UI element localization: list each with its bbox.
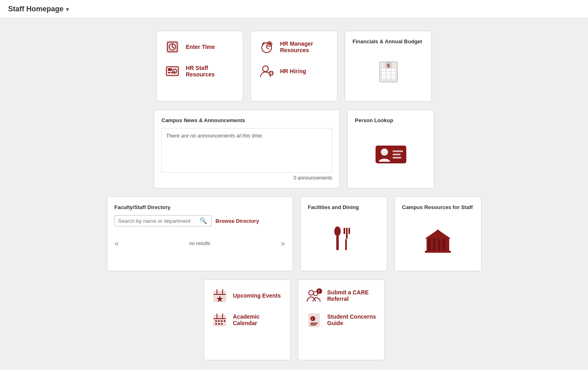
campus-resources-card: Campus Resources for Staff bbox=[395, 197, 482, 271]
academic-calendar-label: Academic Calendar bbox=[233, 313, 283, 326]
directory-next-arrow[interactable]: » bbox=[280, 239, 285, 248]
directory-search-row: 🔍 Browse Directory bbox=[115, 215, 285, 226]
cash-icon: $ bbox=[164, 63, 181, 80]
directory-prev-arrow[interactable]: « bbox=[115, 239, 119, 248]
hr-staff-resources-link[interactable]: $ HR Staff Resources bbox=[164, 63, 236, 80]
svg-rect-47 bbox=[425, 251, 451, 253]
svg-rect-36 bbox=[336, 236, 339, 250]
svg-point-17 bbox=[263, 66, 268, 72]
campus-resources-icon-wrap[interactable] bbox=[402, 215, 474, 264]
svg-rect-45 bbox=[443, 239, 445, 252]
svg-point-31 bbox=[381, 148, 388, 156]
svg-rect-37 bbox=[346, 228, 348, 239]
svg-text:!: ! bbox=[312, 317, 313, 321]
care-referral-link[interactable]: ! Submit a CARE Referral bbox=[306, 287, 377, 304]
care-icon: ! bbox=[306, 287, 323, 304]
clock-icon bbox=[164, 38, 181, 55]
svg-rect-34 bbox=[393, 157, 401, 159]
svg-point-70 bbox=[310, 316, 315, 321]
announcements-title: Campus News & Announcements bbox=[161, 117, 332, 123]
campus-resources-title: Campus Resources for Staff bbox=[402, 204, 473, 210]
guide-icon: ! bbox=[306, 311, 323, 328]
svg-rect-73 bbox=[310, 324, 316, 326]
hr-hiring-label: HR Hiring bbox=[280, 68, 306, 74]
enter-time-label: Enter Time bbox=[186, 44, 215, 50]
care-card: ! Submit a CARE Referral ! Student Conce… bbox=[298, 279, 385, 360]
financials-title: Financials & Annual Budget bbox=[352, 38, 424, 44]
upcoming-events-link[interactable]: Upcoming Events bbox=[211, 287, 283, 304]
svg-rect-32 bbox=[393, 150, 403, 152]
financials-card: Financials & Annual Budget $ bbox=[345, 31, 432, 101]
svg-rect-7 bbox=[168, 68, 172, 71]
hr-manager-card: HR Manager Resources HR Hiring bbox=[250, 31, 338, 101]
svg-point-65 bbox=[309, 290, 314, 295]
svg-rect-44 bbox=[438, 239, 440, 252]
svg-rect-40 bbox=[345, 239, 347, 250]
row-4: Upcoming Events bbox=[82, 279, 507, 360]
star-calendar-icon bbox=[211, 287, 228, 304]
student-concerns-link[interactable]: ! Student Concerns Guide bbox=[306, 311, 377, 328]
calendar-icon bbox=[211, 311, 228, 328]
announcements-count: 0 announcements bbox=[161, 175, 332, 181]
hr-manager-resources-label: HR Manager Resources bbox=[280, 40, 330, 53]
care-referral-label: Submit a CARE Referral bbox=[327, 289, 377, 302]
svg-rect-61 bbox=[224, 320, 225, 322]
svg-rect-42 bbox=[428, 239, 431, 252]
browse-directory-link[interactable]: Browse Directory bbox=[216, 218, 259, 224]
hr-staff-resources-label: HR Staff Resources bbox=[186, 65, 236, 78]
directory-card: Faculty/Staff Directory 🔍 Browse Directo… bbox=[107, 197, 293, 271]
svg-point-48 bbox=[436, 230, 440, 234]
svg-rect-38 bbox=[344, 228, 345, 234]
events-card: Upcoming Events bbox=[204, 279, 291, 360]
directory-search-button[interactable]: 🔍 bbox=[199, 217, 208, 224]
svg-rect-43 bbox=[433, 239, 435, 252]
directory-search-wrap[interactable]: 🔍 bbox=[115, 215, 212, 226]
svg-rect-63 bbox=[218, 323, 220, 325]
facilities-title: Facilities and Dining bbox=[308, 204, 359, 210]
announcements-card: Campus News & Announcements There are no… bbox=[154, 110, 340, 188]
svg-text:!: ! bbox=[318, 290, 319, 294]
financials-icon-wrap[interactable]: $ bbox=[352, 49, 424, 94]
upcoming-events-label: Upcoming Events bbox=[233, 292, 281, 299]
directory-title: Faculty/Staff Directory bbox=[115, 204, 285, 210]
directory-search-input[interactable] bbox=[118, 218, 199, 224]
main-content: Enter Time $ HR Staff Resources bbox=[0, 19, 588, 370]
svg-text:$: $ bbox=[387, 63, 389, 68]
facilities-icon-wrap[interactable] bbox=[308, 215, 380, 264]
person-lookup-icon-wrap[interactable] bbox=[355, 128, 427, 181]
hr-time-card: Enter Time $ HR Staff Resources bbox=[156, 31, 243, 101]
person-lookup-title: Person Lookup bbox=[355, 117, 427, 123]
homepage-title[interactable]: Staff Homepage ▾ bbox=[8, 5, 69, 13]
directory-nav: « no results » bbox=[115, 239, 285, 248]
academic-calendar-link[interactable]: Academic Calendar bbox=[211, 311, 283, 328]
announcements-scroll[interactable]: There are no announcements at this time. bbox=[161, 128, 332, 173]
announcements-body: There are no announcements at this time. bbox=[166, 133, 328, 139]
svg-rect-72 bbox=[310, 323, 318, 324]
facilities-dining-card: Facilities and Dining bbox=[300, 197, 387, 271]
svg-rect-59 bbox=[218, 320, 220, 322]
app-header: Staff Homepage ▾ bbox=[0, 0, 588, 19]
svg-rect-62 bbox=[215, 323, 217, 325]
enter-time-link[interactable]: Enter Time bbox=[164, 38, 236, 55]
spreadsheet-icon: $ bbox=[376, 59, 401, 85]
svg-rect-33 bbox=[393, 154, 401, 155]
row-3: Faculty/Staff Directory 🔍 Browse Directo… bbox=[82, 197, 507, 271]
header-chevron-icon[interactable]: ▾ bbox=[66, 6, 69, 13]
directory-results-label: no results bbox=[189, 241, 210, 246]
svg-rect-8 bbox=[168, 72, 170, 73]
hr-hiring-link[interactable]: HR Hiring bbox=[258, 63, 330, 80]
svg-line-14 bbox=[267, 48, 269, 49]
building-icon bbox=[423, 226, 452, 253]
svg-text:$: $ bbox=[174, 70, 176, 74]
alarm-icon bbox=[258, 38, 275, 55]
header-title-text: Staff Homepage bbox=[8, 5, 64, 13]
svg-rect-64 bbox=[221, 323, 223, 325]
svg-rect-39 bbox=[348, 228, 350, 234]
svg-rect-60 bbox=[221, 320, 223, 322]
utensils-icon bbox=[331, 225, 356, 254]
row-1: Enter Time $ HR Staff Resources bbox=[82, 31, 507, 101]
person-lookup-card: Person Lookup bbox=[347, 110, 434, 188]
hr-manager-resources-link[interactable]: HR Manager Resources bbox=[258, 38, 330, 55]
svg-rect-58 bbox=[215, 320, 217, 322]
id-card-icon bbox=[375, 142, 407, 167]
